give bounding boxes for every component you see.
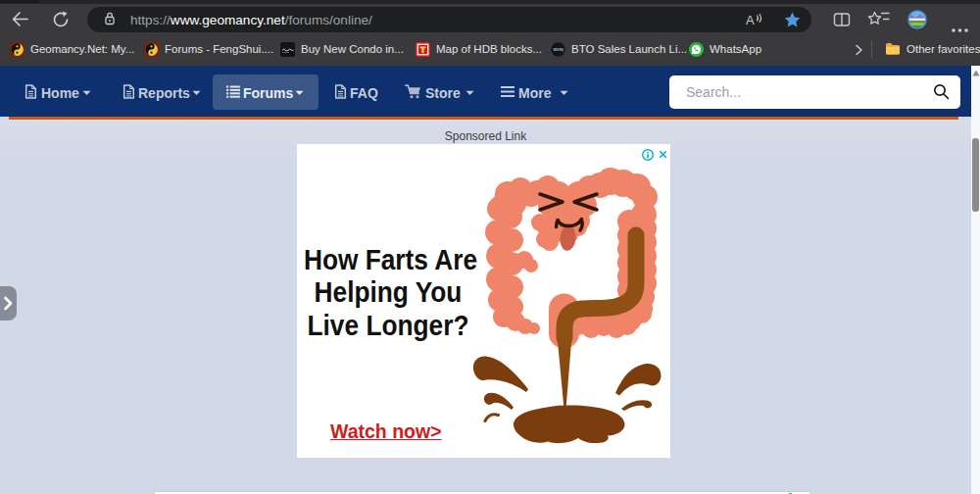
svg-text:BTO HQ: BTO HQ bbox=[554, 48, 564, 52]
svg-text:A: A bbox=[746, 13, 755, 27]
